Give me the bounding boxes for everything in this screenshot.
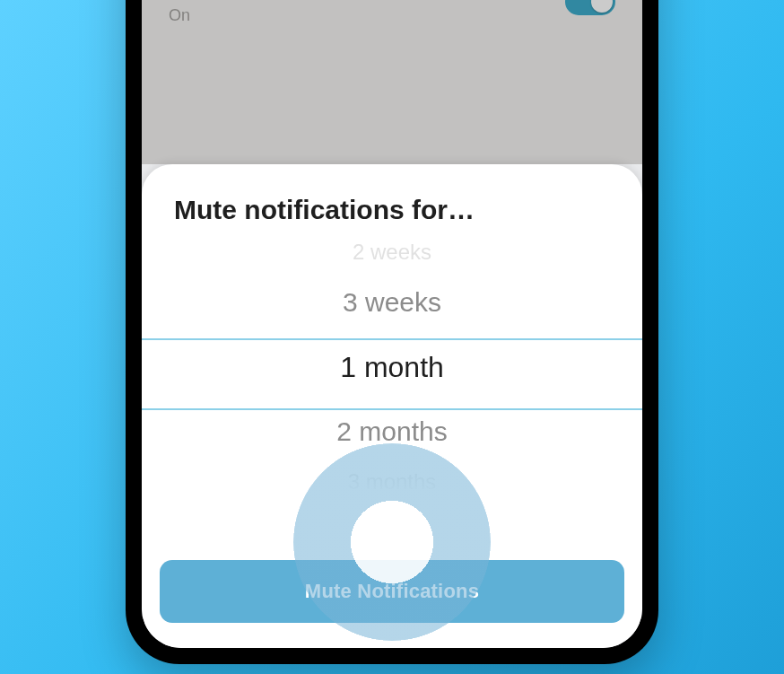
picker-option-above[interactable]: 3 weeks [142, 270, 642, 335]
picker-option-selected[interactable]: 1 month [142, 335, 642, 399]
sheet-title: Mute notifications for… [142, 164, 642, 234]
phone-frame: Username Notifications On [126, 0, 658, 664]
picker-bottom-fade [142, 459, 642, 495]
mute-bottom-sheet: Mute notifications for… 2 weeks 3 weeks … [142, 164, 642, 648]
phone-screen: Username Notifications On [142, 0, 642, 648]
background-gradient: Username Notifications On [0, 0, 784, 674]
sheet-action-area: Mute Notifications [160, 560, 624, 623]
picker-option-faded-top[interactable]: 2 weeks [142, 234, 642, 270]
picker-list: 2 weeks 3 weeks 1 month 2 months 3 month… [142, 234, 642, 495]
mute-button-label: Mute Notifications [305, 580, 479, 603]
picker-option-below[interactable]: 2 months [142, 399, 642, 464]
mute-notifications-button[interactable]: Mute Notifications [160, 560, 624, 623]
modal-scrim[interactable] [142, 0, 642, 164]
duration-picker[interactable]: 2 weeks 3 weeks 1 month 2 months 3 month… [142, 234, 642, 495]
